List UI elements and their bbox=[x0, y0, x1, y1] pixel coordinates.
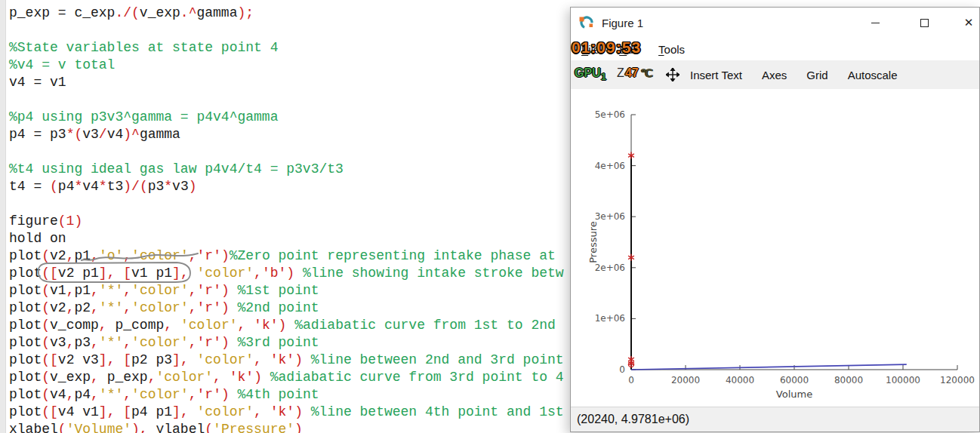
minimize-button[interactable] bbox=[862, 8, 888, 38]
code-line: plot(v3,p3,'*','color','r') %3rd point bbox=[9, 334, 564, 352]
menu-item-tools[interactable]: Tools bbox=[658, 43, 685, 56]
code-line: %State variables at state point 4 bbox=[9, 39, 564, 57]
cursor-coordinates: (20240, 4.9781e+06) bbox=[577, 413, 689, 426]
x-axis-label: Volume bbox=[776, 388, 812, 400]
y-tick-label: 4e+06 bbox=[595, 161, 625, 171]
code-line: plot(v1,p1,'*','color','r') %1st point bbox=[9, 282, 564, 299]
x-tick-label: 120000 bbox=[940, 375, 975, 385]
editor-gutter bbox=[0, 0, 6, 433]
code-line: %p4 using p3v3^gamma = p4v4^gamma bbox=[9, 109, 564, 126]
figure-plot[interactable]: 02000040000600008000010000012000001e+062… bbox=[571, 89, 979, 407]
y-tick-label: 5e+06 bbox=[595, 109, 625, 120]
code-line: plot(v2,p1,'o','color','r')%Zero point r… bbox=[9, 247, 564, 265]
code-line: plot([v2 v3], [p2 p3], 'color', 'k') %li… bbox=[9, 352, 564, 369]
x-tick-label: 60000 bbox=[780, 375, 809, 385]
y-tick-label: 1e+06 bbox=[595, 313, 625, 324]
code-line: xlabel('Volume'), ylabel('Pressure') bbox=[9, 421, 564, 433]
toolbar-button-grid[interactable]: Grid bbox=[806, 69, 827, 81]
code-line: plot([v4 v1], [p4 p1], 'color', 'k') %li… bbox=[9, 404, 564, 421]
code-line: v4 = v1 bbox=[9, 74, 564, 91]
code-line: %t4 using ideal gas law p4v4/t4 = p3v3/t… bbox=[9, 161, 564, 178]
screen-recorder-timestamp-overlay: 01:09:53 bbox=[572, 38, 641, 57]
screen: p_exp = c_exp./(v_exp.^gamma); %State va… bbox=[0, 0, 980, 433]
pan-tool-icon[interactable] bbox=[666, 68, 680, 81]
x-tick-label: 80000 bbox=[834, 375, 863, 385]
series-intake-stroke-line-blue bbox=[631, 364, 907, 370]
code-line bbox=[9, 91, 564, 109]
figure-toolbar: GPU1 Z 47 ℃ Insert TextAxesGridAutoscale bbox=[571, 60, 979, 89]
maximize-button[interactable] bbox=[911, 8, 937, 38]
close-icon: ✕ bbox=[964, 16, 974, 29]
screen-recorder-gpu-overlay: GPU1 Z 47 ℃ bbox=[575, 66, 652, 82]
code-line: plot(v2,p2,'*','color','r') %2nd point bbox=[9, 299, 564, 317]
code-line: plot(v_comp, p_comp, 'color', 'k') %adia… bbox=[9, 317, 564, 334]
x-tick-label: 20000 bbox=[671, 375, 700, 385]
close-button[interactable]: ✕ bbox=[956, 8, 980, 38]
y-tick-label: 0 bbox=[619, 364, 625, 375]
code-line: plot(v_exp, p_exp,'color', 'k') %adiabat… bbox=[9, 369, 564, 386]
toolbar-button-autoscale[interactable]: Autoscale bbox=[848, 69, 898, 81]
x-tick-label: 40000 bbox=[726, 375, 754, 385]
y-tick-label: 2e+06 bbox=[595, 263, 625, 273]
minimize-icon bbox=[871, 23, 880, 23]
code-line: t4 = (p4*v4*t3)/(p3*v3) bbox=[9, 178, 564, 195]
code-line: hold on bbox=[9, 230, 564, 247]
toolbar-button-axes[interactable]: Axes bbox=[762, 69, 787, 81]
code-line: plot(v4,p4,'*','color','r') %4th point bbox=[9, 386, 564, 404]
figure-canvas[interactable]: 02000040000600008000010000012000001e+062… bbox=[571, 89, 979, 407]
x-tick-label: 100000 bbox=[886, 375, 920, 385]
window-title: Figure 1 bbox=[602, 17, 643, 29]
code-line: p4 = p3*(v3/v4)^gamma bbox=[9, 126, 564, 143]
x-tick-label: 0 bbox=[628, 375, 634, 385]
code-line: %v4 = v total bbox=[9, 57, 564, 74]
code-line: figure(1) bbox=[9, 213, 564, 230]
code-line: p_exp = c_exp./(v_exp.^gamma); bbox=[9, 5, 564, 22]
octave-figure-icon bbox=[578, 14, 595, 31]
code-line: plot([v2 p1], [v1 p1], 'color','b') %lin… bbox=[9, 265, 564, 282]
code-text[interactable]: p_exp = c_exp./(v_exp.^gamma); %State va… bbox=[9, 5, 564, 433]
figure-statusbar: (20240, 4.9781e+06) bbox=[571, 407, 979, 431]
figure-window: Figure 1 ✕ FileEditTools 01:09:53 GPU1 Z… bbox=[570, 7, 980, 432]
figure-titlebar[interactable]: Figure 1 ✕ bbox=[571, 8, 979, 38]
code-line bbox=[9, 143, 564, 161]
code-line bbox=[9, 195, 564, 213]
plot-axes bbox=[631, 115, 957, 370]
maximize-icon bbox=[920, 19, 929, 27]
y-tick-label: 3e+06 bbox=[595, 211, 625, 222]
figure-menubar: FileEditTools 01:09:53 bbox=[571, 38, 979, 60]
y-axis-label: Pressure bbox=[587, 221, 599, 263]
code-line bbox=[9, 22, 564, 39]
toolbar-button-insert-text[interactable]: Insert Text bbox=[690, 69, 742, 81]
